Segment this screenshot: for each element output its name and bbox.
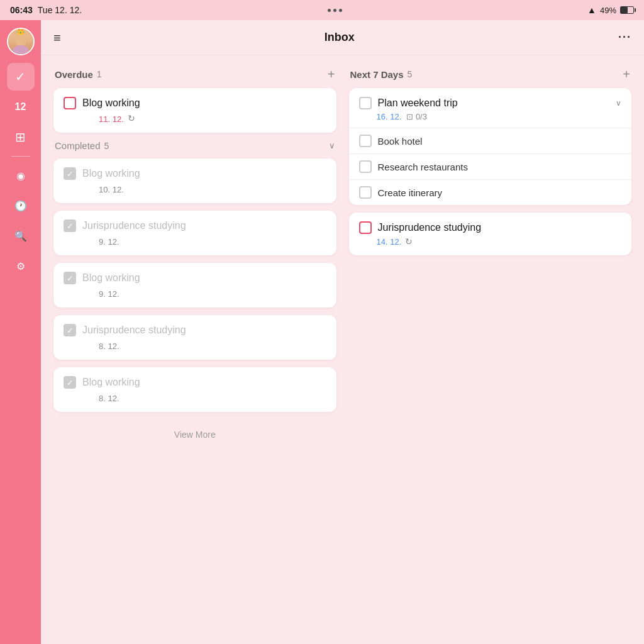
header: ≡ Inbox ···	[41, 20, 644, 55]
completed-chevron[interactable]: ∨	[329, 141, 335, 150]
battery-percent: 49%	[600, 6, 616, 15]
plan-weekend-trip-card: Plan weekend trip ∨ 16. 12. ⊡ 0/3 Book h…	[349, 88, 632, 205]
completed-task-card-1: ✓ Blog working 10. 12.	[53, 158, 336, 203]
overdue-task-repeat-icon: ↻	[128, 113, 135, 123]
completed-task-row-2: ✓ Jurisprudence studying	[64, 219, 326, 232]
jurisprudence-upcoming-card: Jurisprudence studying 14. 12. ↻	[349, 213, 632, 255]
plan-weekend-trip-header: Plan weekend trip ∨ 16. 12. ⊡ 0/3	[349, 88, 632, 128]
plan-weekend-trip-subcount: ⊡ 0/3	[406, 112, 427, 121]
completed-checkbox-5[interactable]: ✓	[64, 376, 76, 389]
page-title: Inbox	[325, 31, 355, 44]
view-more-button[interactable]: View More	[53, 419, 336, 450]
completed-task-meta-2: 9. 12.	[81, 235, 326, 247]
completed-task-date-3: 9. 12.	[99, 289, 119, 299]
sidebar-item-focus[interactable]: ◉	[7, 162, 35, 189]
status-left: 06:43 Tue 12. 12.	[10, 5, 82, 15]
checkmark-icon: ✓	[15, 69, 26, 84]
left-column: Overdue 1 + Blog working 11. 12. ↻	[53, 68, 336, 450]
plan-weekend-trip-date: 16. 12.	[377, 112, 402, 121]
overdue-section-header: Overdue 1 +	[53, 68, 336, 80]
subtask-research-restaurants: Research restaurants	[349, 153, 632, 179]
jurisprudence-upcoming-row: Jurisprudence studying	[359, 221, 622, 234]
next7days-count: 5	[408, 69, 413, 79]
jurisprudence-upcoming-checkbox[interactable]	[359, 221, 372, 234]
sidebar-item-search[interactable]: 🔍	[7, 222, 35, 250]
subtask-create-itinerary: Create itinerary	[349, 179, 632, 205]
plan-weekend-trip-checkbox[interactable]	[359, 97, 372, 109]
completed-task-row-5: ✓ Blog working	[64, 376, 326, 389]
overdue-task-meta: 11. 12. ↻	[81, 112, 326, 124]
completed-checkbox-1[interactable]: ✓	[64, 167, 76, 180]
sidebar-item-settings[interactable]: ⚙	[7, 252, 35, 280]
svg-point-0	[14, 35, 26, 46]
svg-point-1	[13, 45, 28, 54]
completed-task-card-2: ✓ Jurisprudence studying 9. 12.	[53, 211, 336, 255]
research-restaurants-checkbox[interactable]	[359, 160, 372, 173]
next7days-add-button[interactable]: +	[623, 68, 630, 80]
content-area: Overdue 1 + Blog working 11. 12. ↻	[41, 55, 644, 644]
avatar[interactable]: 👑	[7, 28, 35, 55]
create-itinerary-name: Create itinerary	[378, 187, 443, 198]
overdue-task-name: Blog working	[82, 97, 326, 109]
completed-task-name-5: Blog working	[82, 377, 326, 388]
completed-checkbox-3[interactable]: ✓	[64, 272, 76, 284]
completed-task-meta-3: 9. 12.	[81, 287, 326, 299]
completed-checkbox-2[interactable]: ✓	[64, 219, 76, 232]
completed-checkbox-4[interactable]: ✓	[64, 324, 76, 336]
overdue-task-checkbox[interactable]	[64, 97, 76, 109]
completed-count: 5	[104, 141, 109, 151]
overdue-task-date: 11. 12.	[99, 114, 124, 124]
calendar-icon: 12	[15, 101, 26, 113]
status-bar: 06:43 Tue 12. 12. ▲ 49%	[0, 0, 644, 20]
more-options-button[interactable]: ···	[618, 31, 631, 44]
dot2	[333, 9, 336, 12]
research-restaurants-name: Research restaurants	[378, 162, 468, 172]
main-area: ≡ Inbox ··· Overdue 1 + Blog working	[41, 20, 644, 644]
sidebar-divider	[11, 156, 30, 157]
completed-task-date-4: 8. 12.	[99, 341, 119, 351]
jurisprudence-upcoming-repeat-icon: ↻	[405, 236, 413, 247]
completed-task-date-1: 10. 12.	[99, 185, 124, 194]
search-icon: 🔍	[14, 230, 27, 242]
plan-weekend-trip-chevron[interactable]: ∨	[616, 99, 621, 108]
create-itinerary-checkbox[interactable]	[359, 186, 372, 199]
plan-weekend-trip-name: Plan weekend trip	[378, 97, 610, 109]
dot3	[339, 9, 342, 12]
wifi-icon: ▲	[587, 5, 596, 15]
sidebar-item-calendar[interactable]: 12	[7, 93, 35, 121]
overdue-title: Overdue	[55, 69, 93, 80]
completed-section-header[interactable]: Completed 5 ∨	[53, 140, 336, 151]
sidebar-item-timer[interactable]: 🕐	[7, 192, 35, 219]
crown-icon: 👑	[16, 28, 25, 35]
dot1	[328, 9, 331, 12]
completed-task-date-5: 8. 12.	[99, 394, 119, 403]
completed-task-card-4: ✓ Jurisprudence studying 8. 12.	[53, 315, 336, 360]
sidebar-item-apps[interactable]: ⊞	[7, 123, 35, 151]
hamburger-button[interactable]: ≡	[53, 31, 61, 44]
completed-task-meta-4: 8. 12.	[81, 339, 326, 351]
right-column: Next 7 Days 5 + Plan weekend trip ∨ 16. …	[349, 68, 632, 255]
overdue-task-card: Blog working 11. 12. ↻	[53, 88, 336, 133]
timer-icon: 🕐	[14, 200, 27, 212]
sidebar-item-tasks[interactable]: ✓	[7, 63, 35, 91]
completed-task-name-2: Jurisprudence studying	[82, 220, 326, 231]
completed-task-row-3: ✓ Blog working	[64, 272, 326, 284]
book-hotel-name: Book hotel	[378, 136, 423, 147]
completed-header-left: Completed 5	[55, 140, 109, 151]
completed-title: Completed	[55, 140, 101, 151]
battery-icon	[620, 6, 634, 14]
status-right: ▲ 49%	[587, 5, 634, 15]
apps-icon: ⊞	[15, 130, 26, 145]
book-hotel-checkbox[interactable]	[359, 135, 372, 147]
subtask-book-hotel: Book hotel	[349, 128, 632, 153]
status-center	[328, 9, 342, 12]
plan-weekend-trip-row: Plan weekend trip ∨	[359, 97, 622, 109]
completed-task-date-2: 9. 12.	[99, 237, 119, 247]
jurisprudence-upcoming-meta: 14. 12. ↻	[377, 236, 622, 247]
overdue-task-row: Blog working	[64, 97, 326, 109]
avatar-illustration	[8, 34, 33, 54]
status-time: 06:43	[10, 5, 33, 15]
overdue-add-button[interactable]: +	[328, 68, 335, 80]
status-date: Tue 12. 12.	[38, 5, 82, 15]
completed-task-meta-5: 8. 12.	[81, 391, 326, 403]
